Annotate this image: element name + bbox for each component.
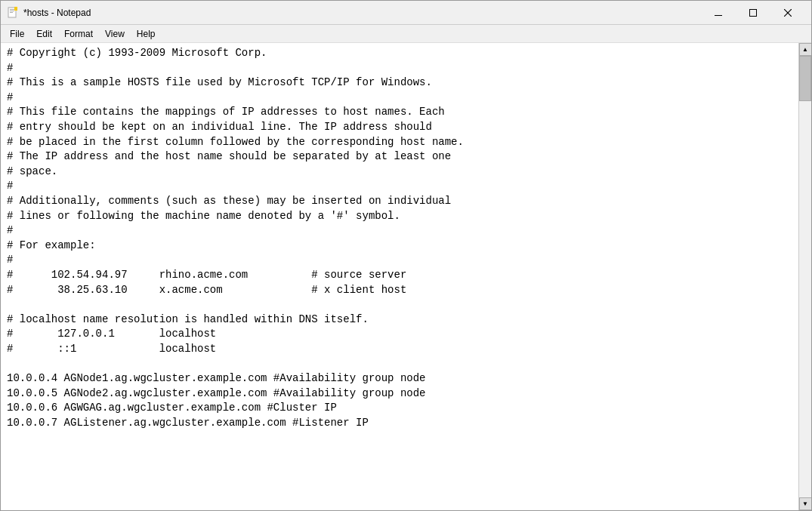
- maximize-button[interactable]: [736, 1, 770, 25]
- scrollbar-track[interactable]: [799, 56, 811, 497]
- scrollbar-down-button[interactable]: ▼: [799, 497, 812, 510]
- window-title: *hosts - Notepad: [23, 8, 701, 18]
- title-bar: *hosts - Notepad: [1, 1, 811, 25]
- editor-area: # Copyright (c) 1993-2009 Microsoft Corp…: [1, 43, 811, 510]
- scrollbar-thumb[interactable]: [799, 56, 811, 101]
- menu-view[interactable]: View: [99, 27, 131, 41]
- svg-rect-3: [10, 12, 13, 13]
- menu-format[interactable]: Format: [58, 27, 99, 41]
- menu-edit[interactable]: Edit: [30, 27, 58, 41]
- svg-rect-2: [10, 11, 14, 11]
- close-button[interactable]: [770, 1, 805, 25]
- svg-rect-6: [715, 15, 722, 16]
- minimize-button[interactable]: [701, 1, 736, 25]
- notepad-icon: [7, 7, 19, 19]
- scrollbar-up-button[interactable]: ▲: [799, 43, 812, 56]
- notepad-window: *hosts - Notepad File Edit F: [0, 0, 812, 511]
- svg-rect-7: [750, 9, 757, 16]
- editor-content[interactable]: # Copyright (c) 1993-2009 Microsoft Corp…: [1, 43, 798, 510]
- menu-help[interactable]: Help: [131, 27, 162, 41]
- menu-file[interactable]: File: [4, 27, 30, 41]
- menu-bar: File Edit Format View Help: [1, 25, 811, 43]
- window-controls: [701, 1, 805, 25]
- scrollbar[interactable]: ▲ ▼: [798, 43, 811, 510]
- svg-rect-1: [10, 9, 14, 10]
